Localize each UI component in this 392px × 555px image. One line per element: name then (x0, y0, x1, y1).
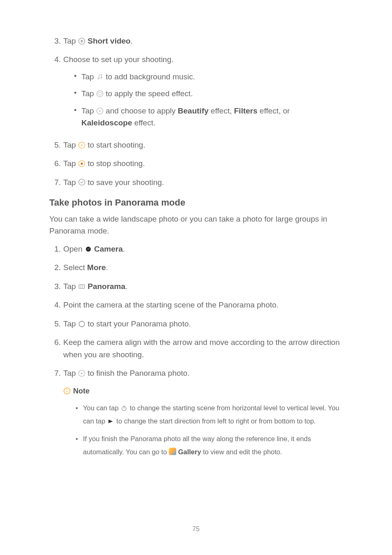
pano-step-4: 4. Point the camera at the starting scen… (49, 299, 343, 311)
record-dot-icon (78, 370, 85, 377)
step-num: 2. (49, 261, 61, 273)
svg-point-17 (79, 321, 85, 327)
step-3: 3. Tap Short video. (49, 35, 343, 47)
text: to start shooting. (85, 141, 145, 149)
text: to finish the Panorama photo. (85, 369, 190, 377)
section-heading: Take photos in Panorama mode (49, 196, 343, 210)
text: to stop shooting. (85, 159, 145, 168)
note-label: Note (73, 386, 90, 397)
text: Tap (63, 369, 78, 377)
svg-point-0 (78, 38, 85, 44)
note-item-2: • If you finish the Panorama photo all t… (49, 432, 343, 458)
sub-bullet-speed: • Tap to apply the speed effect. (63, 88, 343, 99)
pano-step-5: 5. Tap to start your Panorama photo. (49, 318, 343, 330)
check-circle-icon (78, 178, 85, 186)
panorama-icon (78, 283, 85, 290)
text: Tap (63, 141, 78, 149)
step-num: 5. (49, 318, 61, 330)
text: effect. (132, 118, 156, 127)
text: to add background music. (104, 72, 195, 81)
text: . (123, 245, 125, 253)
svg-point-13 (89, 247, 90, 248)
pano-step-6: 6. Keep the camera align with the arrow … (49, 336, 343, 361)
text: Choose to set up your shooting. (63, 55, 173, 64)
gallery-app-icon (169, 448, 176, 455)
svg-rect-19 (81, 373, 82, 374)
step-5: 5. Tap to start shooting. (49, 139, 343, 151)
text: effect, or (258, 106, 290, 115)
text: Open (63, 245, 85, 253)
svg-point-2 (101, 77, 102, 78)
text: to apply the speed effect. (104, 89, 193, 98)
text: . (125, 282, 127, 291)
step-4: 4. Choose to set up your shooting. • Tap… (49, 53, 343, 132)
record-start-icon (78, 141, 85, 149)
svg-point-10 (78, 179, 85, 185)
step-num: 3. (49, 35, 61, 47)
camera-app-icon (85, 245, 92, 253)
beautify-label: Beautify (178, 106, 209, 115)
short-video-label: Short video (88, 37, 131, 45)
kaleidoscope-label: Kaleidoscope (81, 118, 132, 127)
section-intro: You can take a wide landscape photo or y… (49, 213, 343, 237)
step-num: 5. (49, 139, 61, 151)
more-label: More (87, 263, 106, 272)
bullet-icon: • (76, 432, 83, 458)
speed-circle-icon (96, 90, 104, 97)
text: and choose to apply (104, 106, 178, 115)
text: Tap (81, 106, 96, 115)
text: Point the camera at the starting scene o… (63, 301, 279, 309)
text: Tap (63, 319, 78, 328)
bullet-icon: • (74, 105, 81, 129)
svg-rect-22 (67, 391, 67, 393)
svg-point-4 (98, 92, 101, 96)
step-7: 7. Tap to save your shooting. (49, 176, 343, 188)
panorama-label: Panorama (88, 282, 125, 291)
step-num: 7. (49, 367, 61, 379)
text: Tap (81, 72, 96, 81)
filters-label: Filters (234, 106, 258, 115)
svg-point-3 (97, 91, 103, 97)
note-item-1: • You can tap to change the starting sce… (49, 401, 343, 428)
svg-point-21 (67, 389, 67, 390)
text: Tap (63, 282, 78, 291)
text: Tap (63, 37, 78, 45)
text: You can tap (83, 404, 120, 412)
sub-bullet-music: • Tap to add background music. (63, 71, 343, 83)
text: to view and edit the photo. (201, 448, 282, 456)
step-6: 6. Tap to stop shooting. (49, 157, 343, 169)
pano-step-1: 1. Open Camera. (49, 243, 343, 255)
step-num: 3. (49, 280, 61, 292)
step-content: Tap Short video. (63, 35, 343, 47)
step-num: 4. (49, 299, 61, 311)
step-num: 7. (49, 176, 61, 188)
play-circle-icon (78, 37, 85, 45)
shutter-circle-icon (78, 320, 85, 328)
pano-step-7: 7. Tap to finish the Panorama photo. (49, 367, 343, 379)
text: to start your Panorama photo. (85, 319, 191, 328)
sub-bullet-effects: • Tap and choose to apply Beautify effec… (63, 105, 343, 129)
text: Select (63, 263, 87, 272)
text: to save your shooting. (85, 178, 164, 187)
gallery-label: Gallery (178, 448, 201, 456)
text: to change the start direction from left … (115, 417, 316, 425)
info-icon (63, 387, 71, 395)
text: . (131, 37, 133, 45)
svg-rect-9 (81, 163, 83, 165)
music-note-icon (96, 73, 104, 81)
record-stop-icon (78, 160, 85, 167)
effects-circle-icon (96, 107, 104, 115)
bullet-icon: • (74, 71, 81, 83)
text: Keep the camera align with the arrow and… (63, 338, 340, 358)
bullet-icon: • (76, 401, 83, 428)
page-number: 75 (49, 524, 343, 534)
note-header: Note (63, 386, 343, 397)
svg-point-12 (87, 248, 89, 250)
text: . (106, 263, 108, 272)
step-num: 4. (49, 53, 61, 132)
orientation-icon (120, 405, 128, 412)
step-num: 1. (49, 243, 61, 255)
svg-point-7 (81, 144, 82, 146)
pano-step-2: 2. Select More. (49, 261, 343, 273)
svg-rect-14 (79, 284, 85, 288)
